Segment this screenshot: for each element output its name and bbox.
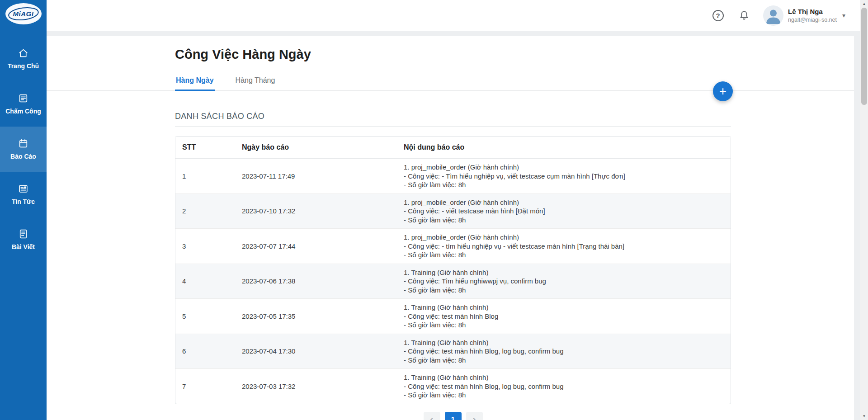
date-cell: 2023-07-06 17:38 (235, 264, 397, 299)
table-row[interactable]: 4 2023-07-06 17:38 1. Training (Giờ hành… (175, 264, 731, 299)
content-cell: 1. proj_mobile_order (Giờ hành chính)- C… (397, 159, 731, 193)
column-header-content: Nội dung báo cáo (397, 137, 731, 159)
date-cell: 2023-07-04 17:30 (235, 334, 397, 369)
content-line: - Số giờ làm việc: 8h (404, 391, 725, 400)
stt-cell: 2 (175, 193, 235, 229)
tab-hang-ngay[interactable]: Hàng Ngày (175, 70, 215, 90)
logo-text: MiAGI (13, 10, 34, 18)
content-cell: 1. Training (Giờ hành chính)- Công việc:… (397, 298, 731, 334)
content-line: 1. proj_mobile_order (Giờ hành chính) (404, 233, 725, 242)
sidebar-item-label: Chấm Công (5, 108, 41, 115)
bell-icon (738, 9, 750, 21)
chevron-left-icon: ‹ (430, 414, 433, 420)
stt-cell: 3 (175, 228, 235, 264)
content-line: 1. Training (Giờ hành chính) (404, 268, 725, 277)
content-cell: 1. Training (Giờ hành chính)- Công việc:… (397, 368, 731, 404)
table-row[interactable]: 1 2023-07-11 17:49 1. proj_mobile_order … (175, 159, 731, 193)
person-icon (763, 5, 783, 26)
pagination-page-button[interactable]: 1 (445, 412, 462, 420)
tab-bar: Hàng Ngày Hàng Tháng + (47, 70, 868, 91)
notifications-button[interactable] (737, 8, 751, 23)
topbar: ? Lê Thị Nga ngalt@miagi-so.net (47, 0, 868, 31)
date-cell: 2023-07-05 17:35 (235, 298, 397, 334)
add-report-button[interactable]: + (713, 81, 733, 101)
content-cell: 1. Training (Giờ hành chính)- Công việc:… (397, 264, 731, 299)
sidebar-item-bai-viet[interactable]: Bài Viết (0, 217, 47, 262)
stt-cell: 5 (175, 298, 235, 334)
date-cell: 2023-07-11 17:49 (235, 159, 397, 193)
section-divider (175, 127, 731, 127)
content-cell: 1. Training (Giờ hành chính)- Công việc:… (397, 334, 731, 369)
sidebar-item-tin-tuc[interactable]: Tin Tức (0, 172, 47, 217)
stt-cell: 6 (175, 334, 235, 369)
scroll-up-icon[interactable]: ▲ (860, 0, 868, 8)
sidebar-item-cham-cong[interactable]: Chấm Công (0, 81, 47, 127)
chevron-right-icon: › (472, 414, 476, 420)
column-header-stt: STT (175, 137, 235, 159)
table-row[interactable]: 6 2023-07-04 17:30 1. Training (Giờ hành… (175, 334, 731, 369)
stt-cell: 1 (175, 159, 235, 193)
avatar (763, 5, 783, 26)
column-header-date: Ngày báo cáo (235, 137, 397, 159)
report-icon (18, 138, 29, 149)
sidebar-item-label: Bài Viết (12, 244, 35, 250)
content-line: - Công việc: - Tìm hiểu nghiệp vụ, viết … (404, 172, 725, 181)
content-line: - Công việc: test màn hình Blog, log bug… (404, 382, 725, 391)
scrollbar-thumb[interactable] (861, 8, 867, 105)
report-table-body: 1 2023-07-11 17:49 1. proj_mobile_order … (175, 159, 731, 404)
sidebar: MiAGI Trang Chủ Chấm Công (0, 0, 47, 420)
user-info: Lê Thị Nga ngalt@miagi-so.net (788, 7, 837, 24)
content-line: - Số giờ làm việc: 8h (404, 286, 725, 295)
user-menu[interactable]: Lê Thị Nga ngalt@miagi-so.net ▾ (763, 5, 845, 26)
sidebar-item-trang-chu[interactable]: Trang Chủ (0, 36, 47, 81)
date-cell: 2023-07-07 17:44 (235, 228, 397, 264)
table-row[interactable]: 5 2023-07-05 17:35 1. Training (Giờ hành… (175, 298, 731, 334)
content-line: 1. Training (Giờ hành chính) (404, 338, 725, 347)
chevron-down-icon: ▾ (842, 12, 845, 19)
table-row[interactable]: 3 2023-07-07 17:44 1. proj_mobile_order … (175, 228, 731, 264)
sidebar-item-label: Tin Tức (12, 198, 35, 205)
stt-cell: 4 (175, 264, 235, 299)
content-cell: 1. proj_mobile_order (Giờ hành chính)- C… (397, 228, 731, 264)
content-line: 1. Training (Giờ hành chính) (404, 373, 725, 382)
tab-hang-thang[interactable]: Hàng Tháng (235, 70, 276, 90)
main-column: ? Lê Thị Nga ngalt@miagi-so.net (47, 0, 868, 420)
home-icon (18, 47, 29, 59)
content-line: - Công việc: test màn hình Blog (404, 312, 725, 321)
table-header-row: STT Ngày báo cáo Nội dung báo cáo (175, 137, 731, 159)
scrollbar[interactable]: ▲ ▼ (860, 0, 868, 420)
pagination-next-button[interactable]: › (466, 412, 483, 420)
table-row[interactable]: 2 2023-07-10 17:32 1. proj_mobile_order … (175, 193, 731, 229)
sidebar-item-bao-cao[interactable]: Báo Cáo (0, 127, 47, 172)
user-email: ngalt@miagi-so.net (788, 16, 837, 24)
right-gutter (854, 31, 860, 420)
content-line: - Công việc: Tìm hiểu nghiwwpj vụ, confi… (404, 277, 725, 286)
pagination-prev-button[interactable]: ‹ (424, 412, 440, 420)
main-content: Công Việc Hàng Ngày Hàng Ngày Hàng Tháng… (47, 36, 868, 420)
content-line: - Số giờ làm việc: 8h (404, 180, 725, 189)
page-title: Công Việc Hàng Ngày (175, 47, 868, 62)
content-line: 1. proj_mobile_order (Giờ hành chính) (404, 163, 725, 172)
content-line: 1. proj_mobile_order (Giờ hành chính) (404, 198, 725, 207)
app-root: MiAGI Trang Chủ Chấm Công (0, 0, 868, 420)
date-cell: 2023-07-10 17:32 (235, 193, 397, 229)
content-line: - Số giờ làm việc: 8h (404, 321, 725, 330)
topbar-divider (47, 31, 868, 36)
news-icon (18, 183, 29, 194)
content-line: - Công việc: - tìm hiểu nghiệp vụ - viết… (404, 242, 725, 251)
content-line: - Công việc: - viết testcase màn hình [Đ… (404, 207, 725, 216)
sidebar-menu: Trang Chủ Chấm Công Báo Cáo (0, 36, 47, 262)
scroll-down-icon[interactable]: ▼ (860, 412, 868, 420)
stt-cell: 7 (175, 368, 235, 404)
content-line: - Số giờ làm việc: 8h (404, 356, 725, 365)
plus-icon: + (719, 85, 726, 98)
section-title: DANH SÁCH BÁO CÁO (175, 112, 868, 121)
sidebar-item-label: Báo Cáo (10, 153, 36, 160)
help-icon: ? (712, 10, 724, 21)
user-name: Lê Thị Nga (788, 7, 837, 16)
table-row[interactable]: 7 2023-07-03 17:32 1. Training (Giờ hành… (175, 368, 731, 404)
article-icon (18, 228, 29, 240)
help-button[interactable]: ? (711, 8, 725, 23)
app-logo[interactable]: MiAGI (5, 3, 42, 24)
report-table: STT Ngày báo cáo Nội dung báo cáo 1 2023… (175, 136, 731, 404)
